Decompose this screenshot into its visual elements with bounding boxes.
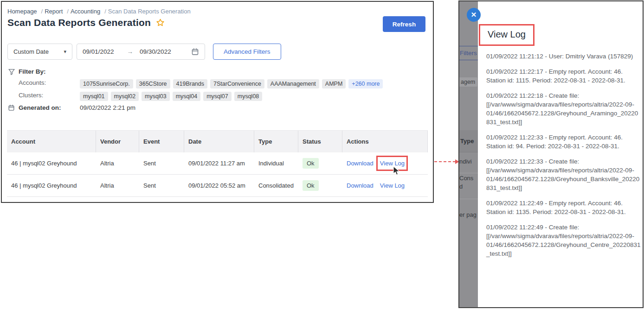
log-entries-list: 01/09/2022 11:21:12 - User: Dmitriy Vara…	[486, 52, 641, 265]
date-preset-select[interactable]: Custom Date ▾	[7, 44, 72, 60]
favorite-star-icon[interactable]	[155, 18, 165, 27]
breadcrumb-homepage[interactable]: Homepage	[7, 8, 37, 15]
column-header-vendor: Vendor	[96, 131, 139, 152]
log-entry: 01/09/2022 11:22:49 - Empty report. Acco…	[486, 199, 641, 216]
date-from-value[interactable]: 09/01/2022	[83, 48, 114, 55]
cluster-tag: mysql04	[173, 92, 201, 101]
backdrop-tag-fragment: agem	[459, 77, 477, 87]
cell-vendor: Altria	[96, 182, 139, 189]
date-range-arrow-icon: →	[127, 48, 134, 55]
backdrop-per-page-fragment: er pag	[459, 211, 478, 218]
log-entry: 01/09/2022 11:22:33 - Empty report. Acco…	[486, 133, 641, 151]
account-tag: 7StarConvenience	[210, 79, 264, 88]
log-entry: 01/09/2022 11:22:18 - Create file: [[/va…	[486, 91, 641, 126]
view-log-modal-panel: Filters agem Type ndivi Cons d er pag ✕ …	[458, 0, 644, 308]
cluster-tag: mysql03	[142, 92, 170, 101]
annotation-arrow	[434, 161, 456, 162]
breadcrumb-separator: /	[67, 8, 69, 15]
column-header-type: Type	[254, 131, 298, 152]
generated-calendar-icon	[8, 104, 15, 111]
cell-status: Ok	[298, 180, 342, 191]
chevron-down-icon: ▾	[64, 49, 66, 55]
column-header-date: Date	[184, 131, 254, 152]
advanced-filters-button[interactable]: Advanced Filters	[213, 44, 281, 60]
account-tag: 365CStore	[136, 79, 170, 88]
mouse-cursor-icon	[393, 166, 400, 176]
cell-date: 09/01/2022 05:52 am	[184, 182, 254, 189]
accounts-label: Accounts:	[19, 79, 80, 86]
backdrop-consolidated-fragment: d	[459, 183, 478, 190]
table-row: 46 | mysql02 Greyhound Altria Sent 09/01…	[7, 175, 428, 197]
download-link[interactable]: Download	[347, 182, 374, 189]
clusters-tags: mysql01 mysql02 mysql03 mysql04 mysql07 …	[80, 92, 262, 101]
cluster-tag: mysql02	[111, 92, 139, 101]
status-badge: Ok	[303, 180, 319, 191]
cell-type: Individual	[254, 160, 298, 167]
cell-actions: Download View Log	[342, 182, 428, 189]
column-header-actions: Actions	[342, 131, 428, 152]
filter-funnel-icon	[8, 68, 15, 76]
account-tag: AAAManagement	[267, 79, 319, 88]
screenshot-canvas: Homepage/Report/Accounting/Scan Data Rep…	[0, 0, 644, 309]
view-log-link[interactable]: View Log	[380, 182, 405, 189]
breadcrumb-separator: /	[104, 8, 106, 15]
generated-on-value: 09/02/2022 2:21 pm	[80, 104, 135, 111]
column-header-event: Event	[139, 131, 184, 152]
reports-page-panel: Homepage/Report/Accounting/Scan Data Rep…	[1, 1, 434, 203]
cluster-tag: mysql08	[234, 92, 263, 101]
backdrop-individual-fragment: ndivi	[459, 158, 478, 165]
backdrop-type-header-fragment: Type	[459, 130, 478, 152]
modal-title: View Log	[488, 29, 526, 39]
accounts-more-link[interactable]: +260 more	[348, 79, 383, 88]
date-range-input[interactable]: 09/01/2022 → 09/30/2022	[77, 44, 205, 60]
breadcrumb-report[interactable]: Report	[45, 8, 63, 15]
accounts-tags: 1075SunriseCorp. 365CStore 419Brands 7St…	[80, 79, 383, 88]
breadcrumb-current-page: Scan Data Reports Generation	[108, 8, 191, 15]
date-to-value[interactable]: 09/30/2022	[140, 48, 171, 55]
breadcrumb: Homepage/Report/Accounting/Scan Data Rep…	[7, 8, 193, 15]
column-header-status: Status	[298, 131, 342, 152]
modal-backdrop: Filters agem Type ndivi Cons d er pag	[459, 1, 478, 307]
cell-event: Sent	[139, 160, 184, 167]
account-tag: 1075SunriseCorp.	[80, 79, 133, 88]
calendar-icon[interactable]	[191, 48, 199, 56]
download-link[interactable]: Download	[347, 160, 374, 167]
log-entry: 01/09/2022 11:22:33 - Create file: [[/va…	[486, 157, 641, 192]
page-title: Scan Data Reports Generation	[7, 17, 151, 28]
clusters-label: Clusters:	[19, 92, 80, 99]
cell-type: Consolidated	[254, 182, 298, 189]
backdrop-consolidated-fragment: Cons	[459, 175, 478, 182]
breadcrumb-accounting[interactable]: Accounting	[71, 8, 100, 15]
backdrop-filters-fragment: Filters	[459, 46, 478, 60]
annotation-highlight-box: View Log	[479, 24, 535, 46]
close-icon[interactable]: ✕	[467, 8, 481, 22]
log-entry: 01/09/2022 11:22:49 - Create file: [[/va…	[486, 223, 641, 258]
date-preset-value: Custom Date	[13, 48, 49, 55]
cluster-tag: mysql01	[80, 92, 108, 101]
filter-by-label: Filter By:	[19, 68, 80, 75]
cell-event: Sent	[139, 182, 184, 189]
account-tag: 419Brands	[173, 79, 207, 88]
log-entry: 01/09/2022 11:22:17 - Empty report. Acco…	[486, 67, 641, 85]
table-header: Account Vendor Event Date Type Status Ac…	[7, 130, 428, 152]
column-header-account: Account	[7, 131, 96, 152]
generated-on-label: Generated on:	[19, 104, 80, 111]
log-entry: 01/09/2022 11:21:12 - User: Dmitriy Vara…	[486, 52, 641, 61]
reports-table: Account Vendor Event Date Type Status Ac…	[7, 130, 428, 197]
status-badge: Ok	[303, 158, 319, 169]
cluster-tag: mysql07	[203, 92, 232, 101]
cell-vendor: Altria	[96, 160, 139, 167]
cell-status: Ok	[298, 158, 342, 169]
cell-account: 46 | mysql02 Greyhound	[7, 182, 96, 189]
account-tag: AMPM	[322, 79, 346, 88]
refresh-button[interactable]: Refresh	[383, 16, 425, 32]
cell-actions: Download View Log	[342, 160, 428, 167]
table-row: 46 | mysql02 Greyhound Altria Sent 09/01…	[7, 152, 428, 175]
cell-account: 46 | mysql02 Greyhound	[7, 160, 96, 167]
breadcrumb-separator: /	[41, 8, 43, 15]
cell-date: 09/01/2022 11:27 am	[184, 160, 254, 167]
